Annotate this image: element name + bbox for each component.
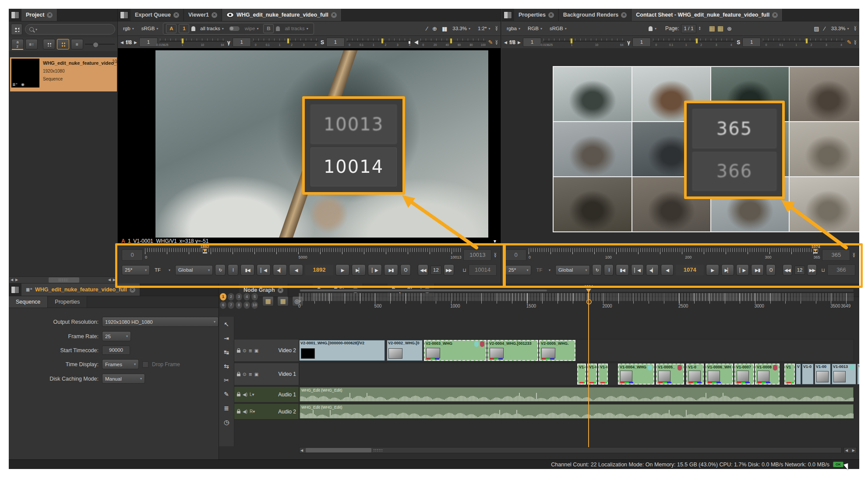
track-header-audio2[interactable]: ◀) R▾ Audio 2: [234, 403, 299, 420]
video1-clip-v1-0007-7[interactable]: V1-0007: [734, 364, 754, 385]
close-icon[interactable]: ✕: [173, 12, 179, 18]
contact-fps-select[interactable]: 25*▾: [505, 265, 531, 275]
subtab-sequence[interactable]: Sequence: [9, 296, 48, 308]
contact-duration-field[interactable]: 366: [827, 264, 855, 276]
contact-tab-properties[interactable]: Properties✕: [514, 9, 559, 21]
video1-clip-v-14[interactable]: V: [857, 364, 859, 385]
skip-forward-button[interactable]: ▶▶: [807, 264, 817, 276]
colorspace-select[interactable]: sRGB▾: [547, 24, 569, 33]
contact-saturation-slider[interactable]: 00.11234: [763, 38, 844, 47]
video1-lane[interactable]: V1-0V1-0V1-0V1-0004_WHGV1-0005_V1-0V1-00…: [299, 363, 854, 385]
tag-pin-9[interactable]: 9: [243, 301, 250, 309]
page-spinner[interactable]: ▲▼: [699, 26, 701, 31]
video1-clip-v1-0-11[interactable]: V1-0: [802, 364, 814, 385]
audio-clip[interactable]: WHG_Edit (WHG_Edit): [300, 404, 854, 419]
contact-zoom-select[interactable]: 33.3%▾: [829, 24, 852, 33]
audio2-lane[interactable]: WHG_Edit (WHG_Edit): [299, 403, 854, 420]
input-b-button[interactable]: B: [263, 24, 274, 33]
search-input[interactable]: ▾: [25, 24, 115, 35]
viewer-step-back-button[interactable]: ◀▏: [273, 264, 287, 276]
channel-select[interactable]: rgb▾: [120, 24, 137, 33]
viewer-timecode-format-select[interactable]: TF▾: [152, 266, 173, 275]
tag-pin-2[interactable]: 2: [228, 293, 234, 301]
speaker-icon[interactable]: [414, 40, 418, 45]
output-resolution-select[interactable]: 1920x1080 HD_1080▾: [102, 317, 219, 327]
thumbnail-size-slider[interactable]: [85, 42, 115, 46]
close-icon[interactable]: ✕: [47, 12, 53, 18]
mark-in-button[interactable]: I: [604, 264, 614, 276]
lock-icon[interactable]: [237, 374, 240, 376]
render-view-button[interactable]: ▦: [277, 296, 289, 306]
timeline-ruler[interactable]: 05001000150020002500300035003649: [299, 293, 854, 309]
viewer-tab-whg-edit-nuke-feature-video-full[interactable]: WHG_edit_nuke_feature_video_full✕: [222, 9, 342, 21]
tab-project[interactable]: Project ✕: [21, 9, 57, 21]
contact-layout-icon[interactable]: ▦: [709, 24, 715, 32]
layers-icon[interactable]: ≣: [248, 348, 252, 353]
video2-clip-v2-0001-whg-000000-000628-v2-0[interactable]: V2-0001_WHG.[000000-000628]/V2: [299, 340, 385, 361]
speaker-icon[interactable]: ◀): [243, 409, 247, 414]
contact-previous-edit-button[interactable]: ▏◀: [631, 264, 644, 276]
tab-sequence-properties[interactable]: ≣⁺ WHG_edit_nuke_feature_video_full ✕: [21, 284, 140, 296]
contact-next-edit-button[interactable]: ▏▶: [736, 264, 749, 276]
contact-cell-snowy-field-triceratops[interactable]: [554, 67, 632, 121]
viewer-gamma-slider[interactable]: 00.11234: [253, 38, 318, 47]
b-tracks-select[interactable]: all tracks▾: [282, 24, 311, 33]
sort-order-button[interactable]: ≡↑: [25, 39, 38, 49]
prev-stop-icon[interactable]: ◀: [504, 40, 507, 45]
video1-clip-v1-9[interactable]: V1: [784, 364, 795, 385]
tag-pin-5[interactable]: 5: [251, 293, 258, 301]
pause-icon[interactable]: ▮▮: [441, 25, 448, 32]
contact-playhead[interactable]: 1074: [811, 245, 820, 253]
roi-icon[interactable]: ⊕: [431, 25, 438, 32]
wipe-mode-select[interactable]: wipe▾: [242, 24, 261, 33]
tag-pin-4[interactable]: 4: [243, 293, 250, 301]
viewer-gain-field[interactable]: 1: [139, 38, 158, 47]
thumbnail-view-button[interactable]: [43, 39, 55, 49]
skip-forward-button[interactable]: ▶▶: [444, 264, 454, 276]
in-out-range-icon[interactable]: ⊔: [821, 267, 825, 273]
next-stop-icon[interactable]: ▶: [518, 40, 521, 45]
colorspace-select[interactable]: sRGB▾: [139, 24, 161, 33]
slip-tool[interactable]: ↹: [219, 346, 234, 358]
zebra-stripes-icon[interactable]: ∕: [823, 25, 826, 32]
video1-clip-v1-0005-4[interactable]: V1-0005_: [656, 364, 684, 385]
collapse-chevron-icon[interactable]: [495, 40, 498, 45]
video1-clip-v1-0004-whg-3[interactable]: V1-0004_WHG: [618, 364, 654, 385]
audio-clip[interactable]: WHG_Edit (WHG_Edit): [300, 387, 854, 402]
pane-split-icon[interactable]: [504, 11, 512, 19]
viewer-zoom-select[interactable]: 33.3%▾: [450, 24, 473, 33]
lock-icon[interactable]: [237, 411, 240, 413]
eye-icon[interactable]: ⊙: [243, 348, 246, 353]
input-a-button[interactable]: A: [166, 24, 176, 33]
track-header-video1[interactable]: ⊙ ≣ ▣ Video 1: [234, 363, 299, 385]
display-select[interactable]: RGB▾: [525, 24, 545, 33]
spreadsheet-view-button[interactable]: ▦: [262, 296, 274, 306]
close-icon[interactable]: ✕: [548, 12, 554, 18]
tag-pin-8[interactable]: 8: [236, 301, 242, 309]
video1-clip-v1-00-12[interactable]: V1-00: [815, 364, 831, 385]
contact-cell-man-in-fur[interactable]: [554, 122, 632, 176]
contact-timecode-format-select[interactable]: TF▾: [533, 266, 553, 275]
prev-stop-icon[interactable]: ◀: [120, 40, 123, 45]
video1-clip-v1-0-2[interactable]: V1-0: [598, 364, 608, 385]
contact-gain-field[interactable]: 1: [523, 38, 541, 47]
proxy-select[interactable]: 1:2*▾: [475, 24, 493, 33]
collapse-chevron-icon[interactable]: [495, 26, 498, 31]
wipe-toggle[interactable]: [229, 26, 240, 32]
viewer-play-backward-button[interactable]: ◀: [289, 264, 303, 276]
multi-select-tool[interactable]: ↖: [219, 318, 234, 330]
channel-select[interactable]: rgba▾: [504, 24, 523, 33]
fx-box-icon[interactable]: ▣: [254, 372, 258, 377]
contact-saturation-field[interactable]: 1: [742, 38, 761, 47]
project-hscrollbar[interactable]: ◀▶ ◀▶: [9, 276, 117, 284]
lock-icon[interactable]: [237, 394, 240, 396]
pane-split-icon[interactable]: [120, 11, 128, 19]
stop-button[interactable]: O: [400, 264, 411, 276]
viewer-tab-export-queue[interactable]: Export Queue✕: [131, 9, 184, 21]
gear-icon[interactable]: ⊛: [726, 25, 733, 32]
trim-tool[interactable]: ✎: [219, 388, 234, 400]
viewer-jump-to-start-button[interactable]: ▮◀: [240, 264, 254, 276]
tag-pin-3[interactable]: 3: [236, 293, 242, 301]
track-header-audio1[interactable]: ◀) L▾ Audio 1: [234, 386, 299, 402]
input-process-b-icon[interactable]: [276, 26, 280, 31]
